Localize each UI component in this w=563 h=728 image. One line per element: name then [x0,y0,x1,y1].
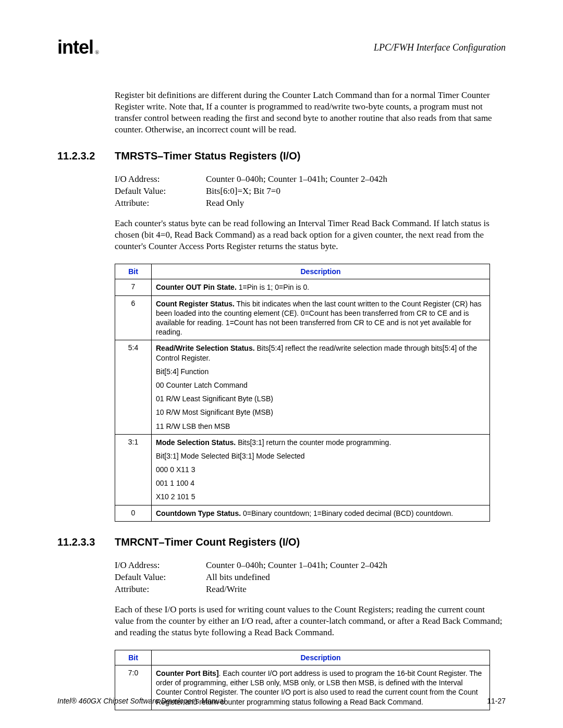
attr-row: I/O Address: Counter 0–040h; Counter 1–0… [115,560,506,572]
field-name: Count Register Status. [156,300,235,308]
bit-cell: 0 [115,505,152,521]
attr-row: Default Value: Bits[6:0]=X; Bit 7=0 [115,186,506,198]
description-line: Bit[3:1] Mode Selected Bit[3:1] Mode Sel… [156,451,485,461]
attr-value: Read/Write [206,584,247,596]
attr-value: Counter 0–040h; Counter 1–041h; Counter … [206,174,387,186]
attr-label: I/O Address: [115,560,206,572]
section-paragraph: Each of these I/O ports is used for writ… [115,604,506,638]
register-table: Bit Description 7Counter OUT Pin State. … [115,264,490,521]
section-heading: 11.2.3.2 TMRSTS–Timer Status Registers (… [57,150,506,162]
field-name: Counter Port Bits] [156,669,219,677]
section-number: 11.2.3.3 [57,536,115,548]
description-line: 00 Counter Latch Command [156,380,485,390]
bit-cell: 5:4 [115,340,152,434]
th-description: Description [152,264,490,279]
th-description: Description [152,650,490,665]
attr-label: Attribute: [115,198,206,209]
section-title: TMRSTS–Timer Status Registers (I/O) [115,150,300,162]
attr-row: Attribute: Read Only [115,198,506,209]
table-row: 6Count Register Status. This bit indicat… [115,295,490,340]
page-header: intel ® LPC/FWH Interface Configuration [57,36,506,58]
description-line: Bit[5:4] Function [156,367,485,376]
page: intel ® LPC/FWH Interface Configuration … [0,0,563,728]
description-line: 001 1 100 4 [156,478,485,488]
attr-value: Bits[6:0]=X; Bit 7=0 [206,186,280,198]
description-line: 01 R/W Least Significant Byte (LSB) [156,394,485,403]
description-cell: Mode Selection Status. Bits[3:1] return … [152,434,490,505]
intro-paragraph: Register bit definitions are different d… [115,90,506,135]
attr-value: Counter 0–040h; Counter 1–041h; Counter … [206,560,387,572]
table-row: 7Counter OUT Pin State. 1=Pin is 1; 0=Pi… [115,279,490,295]
logo-text: intel [57,36,93,58]
field-name: Countdown Type Status. [156,509,241,517]
intel-logo: intel ® [57,36,99,58]
description-line: X10 2 101 5 [156,492,485,501]
section-heading: 11.2.3.3 TMRCNT–Timer Count Registers (I… [57,536,506,548]
th-bit: Bit [115,264,152,279]
attr-value: Read Only [206,198,244,209]
page-footer: Intel® 460GX Chipset Software Developer'… [57,697,506,705]
section-number: 11.2.3.2 [57,150,115,162]
attr-label: Default Value: [115,572,206,584]
field-name: Read/Write Selection Status. [156,344,255,352]
field-name: Counter OUT Pin State. [156,283,237,291]
bit-cell: 6 [115,295,152,340]
bit-cell: 3:1 [115,434,152,505]
attr-row: I/O Address: Counter 0–040h; Counter 1–0… [115,174,506,186]
description-cell: Count Register Status. This bit indicate… [152,295,490,340]
section-title: TMRCNT–Timer Count Registers (I/O) [115,536,300,548]
attr-row: Default Value: All bits undefined [115,572,506,584]
attr-row: Attribute: Read/Write [115,584,506,596]
description-line: Counter OUT Pin State. 1=Pin is 1; 0=Pin… [156,282,485,292]
description-line: Read/Write Selection Status. Bits[5:4] r… [156,343,485,362]
attr-value: All bits undefined [206,572,270,584]
description-cell: Read/Write Selection Status. Bits[5:4] r… [152,340,490,434]
footer-page-number: 11-27 [487,697,506,705]
section-paragraph: Each counter's status byte can be read f… [115,218,506,252]
th-bit: Bit [115,650,152,665]
description-cell: Counter OUT Pin State. 1=Pin is 1; 0=Pin… [152,279,490,295]
description-line: Mode Selection Status. Bits[3:1] return … [156,438,485,447]
table-row: 5:4Read/Write Selection Status. Bits[5:4… [115,340,490,434]
table-row: 3:1Mode Selection Status. Bits[3:1] retu… [115,434,490,505]
chapter-title: LPC/FWH Interface Configuration [374,42,506,53]
description-line: Countdown Type Status. 0=Binary countdow… [156,509,485,518]
footer-left: Intel® 460GX Chipset Software Developer'… [57,697,225,705]
register-attributes: I/O Address: Counter 0–040h; Counter 1–0… [115,560,506,596]
description-line: 11 R/W LSB then MSB [156,422,485,431]
field-name: Mode Selection Status. [156,438,236,447]
bit-cell: 7 [115,279,152,295]
description-line: Count Register Status. This bit indicate… [156,299,485,337]
description-line: 000 0 X11 3 [156,465,485,474]
page-content: Register bit definitions are different d… [115,90,506,710]
attr-label: I/O Address: [115,174,206,186]
description-line: 10 R/W Most Significant Byte (MSB) [156,408,485,417]
table-row: 0Countdown Type Status. 0=Binary countdo… [115,505,490,521]
attr-label: Default Value: [115,186,206,198]
logo-registered: ® [95,49,99,55]
register-attributes: I/O Address: Counter 0–040h; Counter 1–0… [115,174,506,209]
description-cell: Countdown Type Status. 0=Binary countdow… [152,505,490,521]
attr-label: Attribute: [115,584,206,596]
